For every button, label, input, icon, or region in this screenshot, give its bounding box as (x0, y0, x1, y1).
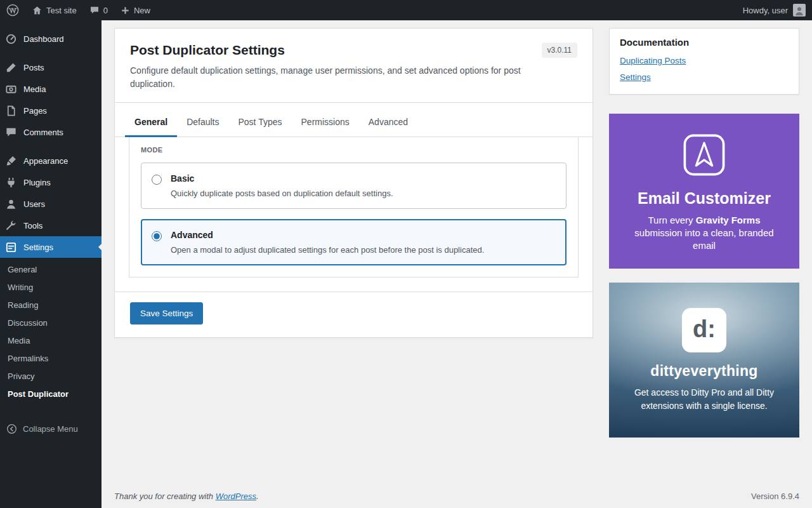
menu-separator (0, 143, 102, 150)
avatar (793, 4, 806, 17)
mode-option-advanced-text: Advanced Open a modal to adjust duplicat… (171, 230, 484, 255)
collapse-arrow-icon (6, 424, 17, 434)
basic-radio[interactable] (152, 175, 162, 185)
comment-count: 0 (103, 6, 108, 15)
gravity-forms-brand: Gravity Forms (696, 215, 761, 225)
doc-link-settings[interactable]: Settings (620, 72, 789, 82)
tab-defaults[interactable]: Defaults (177, 110, 228, 137)
home-icon (32, 5, 43, 16)
submenu-item-media[interactable]: Media (0, 332, 102, 350)
mode-option-basic[interactable]: Basic Quickly duplicate posts based on d… (141, 163, 566, 209)
ditty-title: dittyeverything (650, 363, 757, 380)
ditty-logo-icon: d: (682, 308, 726, 352)
submenu-item-privacy[interactable]: Privacy (0, 368, 102, 385)
submenu-item-writing[interactable]: Writing (0, 279, 102, 297)
plus-icon (121, 6, 130, 15)
submenu-item-general[interactable]: General (0, 261, 102, 279)
new-label: New (134, 6, 150, 15)
settings-submenu: General Writing Reading Discussion Media… (0, 258, 102, 411)
tab-post-types[interactable]: Post Types (229, 110, 292, 137)
settings-card-footer: Save Settings (115, 291, 593, 337)
site-name-link[interactable]: Test site (25, 0, 83, 20)
submenu-item-post-duplicator[interactable]: Post Duplicator (0, 385, 102, 403)
sidebar-item-tools[interactable]: Tools (0, 215, 102, 236)
email-customizer-ad-banner[interactable]: Email Customizer Turn every Gravity Form… (609, 114, 799, 269)
email-text-suffix: submission into a clean, branded email (634, 227, 773, 251)
sidebar-item-label: Pages (23, 106, 47, 116)
dashboard-icon (5, 33, 17, 45)
admin-footer: Thank you for creating with WordPress. V… (114, 491, 799, 501)
mode-option-title: Advanced (171, 230, 484, 240)
email-customizer-logo-icon (679, 130, 729, 180)
settings-description: Configure default duplication settings, … (130, 64, 536, 91)
admin-sidebar: Dashboard Posts Media Pages Comments App… (0, 20, 102, 508)
wordpress-logo-menu[interactable] (0, 0, 25, 20)
sidebar-item-label: Posts (23, 63, 44, 72)
sidebar-item-users[interactable]: Users (0, 193, 102, 215)
email-customizer-title: Email Customizer (638, 189, 771, 208)
content-columns: Post Duplicator Settings v3.0.11 Configu… (102, 20, 812, 438)
right-column: Documentation Duplicating Posts Settings… (609, 28, 799, 438)
footer-period: . (256, 491, 259, 501)
save-settings-button[interactable]: Save Settings (130, 302, 203, 324)
sidebar-item-label: Media (23, 84, 46, 94)
tab-advanced[interactable]: Advanced (359, 110, 417, 137)
sidebar-item-dashboard[interactable]: Dashboard (0, 28, 102, 50)
my-account-menu[interactable]: Howdy, user (743, 0, 812, 20)
wordpress-link[interactable]: WordPress (216, 491, 256, 501)
version-badge: v3.0.11 (542, 43, 577, 58)
advanced-radio[interactable] (152, 231, 162, 241)
new-content-menu[interactable]: New (114, 0, 157, 20)
documentation-title: Documentation (620, 37, 789, 48)
sidebar-item-settings[interactable]: Settings (0, 236, 102, 258)
pages-icon (5, 105, 17, 117)
plugins-icon (5, 177, 17, 189)
mode-section-label: MODE (129, 137, 578, 157)
submenu-item-discussion[interactable]: Discussion (0, 314, 102, 332)
sidebar-item-comments[interactable]: Comments (0, 121, 102, 143)
sidebar-item-pages[interactable]: Pages (0, 100, 102, 121)
documentation-card: Documentation Duplicating Posts Settings (609, 28, 799, 95)
tab-general[interactable]: General (125, 110, 177, 137)
sidebar-item-plugins[interactable]: Plugins (0, 171, 102, 193)
submenu-item-reading[interactable]: Reading (0, 297, 102, 314)
collapse-menu-label: Collapse Menu (23, 424, 78, 434)
mode-option-description: Quickly duplicate posts based on duplica… (171, 189, 393, 198)
mode-options: Basic Quickly duplicate posts based on d… (129, 157, 578, 277)
doc-link-duplicating-posts[interactable]: Duplicating Posts (620, 56, 789, 65)
settings-icon (5, 241, 17, 253)
appearance-icon (5, 155, 17, 167)
sidebar-item-label: Tools (23, 221, 43, 231)
sidebar-item-label: Dashboard (23, 34, 64, 44)
admin-bar-left: Test site 0 New (0, 0, 157, 20)
howdy-text: Howdy, user (743, 6, 788, 15)
posts-icon (5, 62, 17, 74)
settings-tabs: General Defaults Post Types Permissions … (115, 103, 593, 137)
sidebar-item-media[interactable]: Media (0, 78, 102, 100)
tools-icon (5, 220, 17, 232)
users-icon (5, 198, 17, 210)
content-area: Post Duplicator Settings v3.0.11 Configu… (102, 20, 812, 508)
admin-bar: Test site 0 New Howdy, user (0, 0, 812, 20)
sidebar-item-appearance[interactable]: Appearance (0, 150, 102, 171)
wordpress-logo-icon (6, 4, 19, 17)
sidebar-item-label: Users (23, 199, 45, 209)
sidebar-item-label: Comments (23, 128, 63, 137)
footer-version: Version 6.9.4 (751, 491, 799, 501)
submenu-item-permalinks[interactable]: Permalinks (0, 350, 102, 368)
sidebar-item-posts[interactable]: Posts (0, 57, 102, 78)
mode-option-basic-text: Basic Quickly duplicate posts based on d… (171, 173, 393, 198)
mode-option-advanced[interactable]: Advanced Open a modal to adjust duplicat… (141, 219, 566, 265)
collapse-menu-button[interactable]: Collapse Menu (0, 418, 102, 439)
sidebar-item-label: Settings (23, 243, 53, 252)
post-duplicator-settings-card: Post Duplicator Settings v3.0.11 Configu… (114, 28, 593, 338)
tab-permissions[interactable]: Permissions (292, 110, 359, 137)
comments-bubble[interactable]: 0 (83, 0, 114, 20)
ditty-description: Get access to Ditty Pro and all Ditty ex… (627, 386, 782, 412)
mode-section: MODE Basic Quickly duplicate posts based… (129, 137, 579, 277)
comments-icon (5, 126, 17, 138)
sidebar-item-label: Appearance (23, 156, 68, 166)
site-name-label: Test site (46, 6, 77, 15)
settings-card-header: Post Duplicator Settings v3.0.11 Configu… (115, 29, 593, 103)
ditty-ad-banner[interactable]: d: dittyeverything Get access to Ditty P… (609, 283, 799, 438)
